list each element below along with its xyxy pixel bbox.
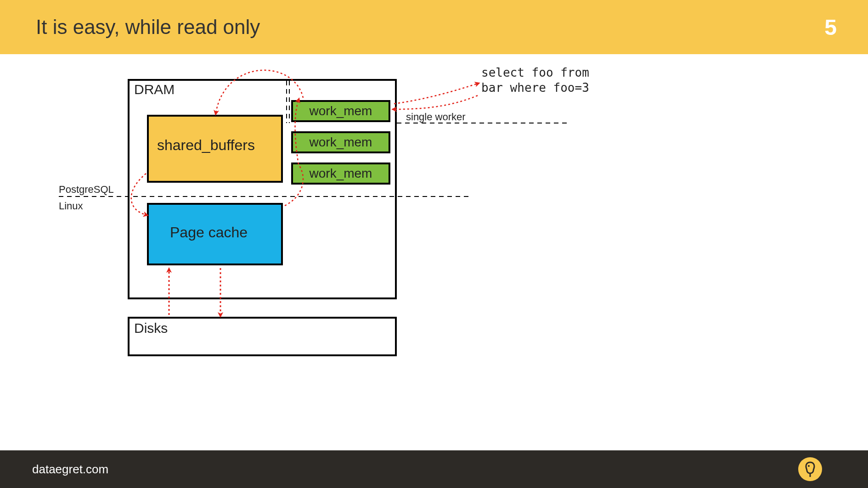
slide-footer: dataegret.com [0, 450, 868, 488]
slide-header: It is easy, while read only 5 [0, 0, 868, 54]
slide-number: 5 [824, 15, 837, 40]
company-logo-icon [798, 457, 822, 481]
sql-query-text: select foo from bar where foo=3 [481, 65, 589, 95]
work-mem-label-2: work_mem [310, 135, 372, 150]
page-cache-label: Page cache [170, 224, 248, 241]
footer-site: dataegret.com [32, 462, 108, 477]
slide-title: It is easy, while read only [36, 16, 260, 39]
work-mem-label-1: work_mem [310, 104, 372, 118]
work-mem-label-3: work_mem [310, 166, 372, 181]
linux-label: Linux [59, 200, 83, 212]
shared-buffers-label: shared_buffers [157, 137, 255, 154]
single-worker-label: single worker [406, 111, 466, 123]
disks-label: Disks [134, 320, 168, 336]
dram-label: DRAM [134, 82, 175, 97]
postgresql-label: PostgreSQL [59, 184, 114, 196]
work-mem-box-1: work_mem [291, 100, 390, 122]
svg-point-6 [808, 465, 810, 467]
disks-box [128, 317, 397, 356]
work-mem-box-2: work_mem [291, 131, 390, 153]
work-mem-box-3: work_mem [291, 163, 390, 185]
diagram-stage: DRAM shared_buffers Page cache work_mem … [0, 54, 868, 450]
